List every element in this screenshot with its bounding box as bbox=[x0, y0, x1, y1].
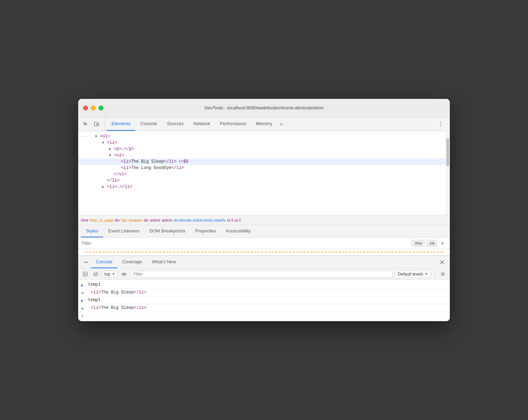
drawer-tabs: Console Coverage What's New bbox=[78, 256, 450, 269]
tree-toggle[interactable]: ▼ bbox=[95, 135, 100, 138]
console-row: ◀ <li>The Big Sleep</li> bbox=[78, 304, 450, 312]
breadcrumb-gc-wrapper[interactable]: #gc-wrapper bbox=[121, 218, 142, 222]
breadcrumb-html[interactable]: html bbox=[81, 218, 88, 222]
breadcrumb-top-of-page[interactable]: #top_of_page bbox=[90, 218, 113, 222]
tab-elements[interactable]: Elements bbox=[107, 117, 135, 131]
tree-toggle-spacer bbox=[109, 172, 114, 176]
input-arrow-icon: ▶ bbox=[81, 283, 85, 287]
svg-line-10 bbox=[94, 273, 97, 276]
tab-memory[interactable]: Memory bbox=[251, 117, 277, 131]
breadcrumb-li1[interactable]: li bbox=[231, 218, 233, 222]
console-prompt-row[interactable]: › bbox=[78, 312, 450, 320]
breadcrumb-ul[interactable]: ul bbox=[235, 218, 238, 222]
inspect-icon[interactable] bbox=[80, 119, 90, 129]
context-selector[interactable]: top ▼ bbox=[102, 271, 118, 278]
scrollbar-thumb[interactable] bbox=[446, 138, 449, 166]
main-tabs: Elements Console Sources Network Perform… bbox=[107, 117, 434, 131]
dom-line: ▼ <ul> bbox=[78, 152, 450, 158]
filter-input[interactable] bbox=[82, 241, 412, 246]
tab-dom-breakpoints[interactable]: DOM Breakpoints bbox=[144, 225, 190, 237]
breadcrumb-div1[interactable]: div bbox=[115, 218, 120, 222]
output-arrow-icon: ◀ bbox=[81, 291, 85, 295]
breadcrumb-ol[interactable]: ol bbox=[227, 218, 230, 222]
devtools-window: DevTools - localhost:8080/web/tools/chro… bbox=[78, 99, 450, 321]
tab-performance[interactable]: Performance bbox=[215, 117, 251, 131]
dom-line: </ul> bbox=[78, 171, 450, 177]
dashed-rule-line bbox=[85, 252, 443, 252]
add-style-button[interactable]: + bbox=[439, 239, 446, 247]
traffic-lights bbox=[83, 106, 103, 110]
dom-line: ▼ <li> bbox=[78, 140, 450, 146]
styles-tabs: Styles Event Listeners DOM Breakpoints P… bbox=[78, 225, 450, 238]
hov-button[interactable]: :hov bbox=[412, 240, 425, 247]
scrollbar-track[interactable] bbox=[446, 131, 450, 215]
tree-toggle[interactable]: ▼ bbox=[102, 141, 107, 145]
drawer-tab-coverage[interactable]: Coverage bbox=[117, 256, 147, 268]
svg-point-4 bbox=[87, 262, 88, 263]
cls-button[interactable]: .cls bbox=[426, 240, 437, 247]
tab-event-listeners[interactable]: Event Listeners bbox=[103, 225, 144, 237]
window-title: DevTools - localhost:8080/web/tools/chro… bbox=[204, 105, 324, 110]
breadcrumb: html #top_of_page div #gc-wrapper div ar… bbox=[78, 215, 450, 225]
tree-toggle[interactable]: ▶ bbox=[102, 185, 107, 189]
breadcrumb-article1[interactable]: article bbox=[150, 218, 160, 222]
svg-rect-1 bbox=[97, 123, 99, 126]
console-row: ▶ temp1 bbox=[78, 281, 450, 289]
input-arrow-icon: ▶ bbox=[81, 298, 85, 303]
console-prompt-icon: › bbox=[81, 313, 84, 319]
tab-styles[interactable]: Styles bbox=[81, 225, 103, 237]
svg-rect-0 bbox=[94, 122, 97, 126]
device-icon[interactable] bbox=[92, 119, 101, 129]
dom-dots: ... bbox=[81, 133, 89, 138]
titlebar: DevTools - localhost:8080/web/tools/chro… bbox=[78, 99, 450, 117]
dom-line: ▶ <li>…</li> bbox=[78, 184, 450, 190]
dom-line: </li> bbox=[78, 177, 450, 184]
tab-properties[interactable]: Properties bbox=[190, 225, 221, 237]
drawer-close-button[interactable] bbox=[437, 257, 447, 267]
dom-panel: ... ▼ <ol> ▼ <li> ▶ <p>…</p> bbox=[78, 131, 450, 215]
dom-line: ▶ <p>…</p> bbox=[78, 146, 450, 152]
tree-toggle[interactable]: ▼ bbox=[109, 154, 114, 157]
console-drawer: Console Coverage What's New bbox=[78, 256, 450, 321]
tree-toggle[interactable]: ▶ bbox=[109, 147, 114, 151]
output-arrow-icon: ◀ bbox=[81, 306, 85, 311]
console-row: ◀ <li>The Big Sleep</li> bbox=[78, 289, 450, 297]
maximize-button[interactable] bbox=[99, 106, 103, 110]
run-script-icon[interactable] bbox=[81, 270, 89, 278]
main-toolbar: Elements Console Sources Network Perform… bbox=[78, 117, 450, 131]
tab-sources[interactable]: Sources bbox=[162, 117, 189, 131]
tab-network[interactable]: Network bbox=[189, 117, 215, 131]
minimize-button[interactable] bbox=[91, 106, 96, 110]
tab-console[interactable]: Console bbox=[135, 117, 162, 131]
dom-line: <li>The Long Goodbye</li> bbox=[78, 165, 450, 171]
breadcrumb-div2[interactable]: div bbox=[144, 218, 149, 222]
dom-line-selected[interactable]: <li>The Big Sleep</li> == $0 bbox=[78, 158, 450, 165]
filter-buttons: :hov .cls + bbox=[412, 239, 446, 247]
tree-toggle-spacer bbox=[116, 166, 121, 170]
breadcrumb-div-class[interactable]: div.devsite-article-body.clearfix bbox=[174, 218, 226, 222]
console-output: ▶ temp1 ◀ <li>The Big Sleep</li> ▶ temp1… bbox=[78, 280, 450, 321]
drawer-more-icon[interactable] bbox=[81, 257, 91, 267]
svg-marker-8 bbox=[84, 273, 86, 275]
dom-line: ▼ <ol> bbox=[78, 133, 450, 140]
eye-icon[interactable] bbox=[120, 270, 128, 278]
breadcrumb-li2[interactable]: li bbox=[239, 218, 241, 222]
block-icon[interactable] bbox=[92, 270, 100, 278]
drawer-tab-whats-new[interactable]: What's New bbox=[147, 256, 181, 268]
svg-point-11 bbox=[123, 273, 125, 275]
console-filter-input[interactable] bbox=[130, 271, 393, 278]
console-settings-icon[interactable] bbox=[439, 270, 447, 278]
close-button[interactable] bbox=[83, 106, 88, 110]
more-tabs-button[interactable]: » bbox=[277, 117, 285, 131]
svg-point-12 bbox=[442, 273, 444, 275]
toolbar-separator bbox=[435, 271, 435, 278]
log-levels-selector[interactable]: Default levels ▼ bbox=[395, 271, 431, 278]
tree-toggle-spacer bbox=[116, 160, 121, 164]
tab-accessibility[interactable]: Accessibility bbox=[221, 225, 256, 237]
drawer-tab-console[interactable]: Console bbox=[91, 256, 117, 268]
breadcrumb-article2[interactable]: article bbox=[162, 218, 172, 222]
settings-icon[interactable]: ⋮ bbox=[436, 120, 445, 128]
svg-point-3 bbox=[86, 262, 87, 263]
filter-bar: :hov .cls + bbox=[78, 238, 450, 249]
console-toolbar: top ▼ Default levels ▼ bbox=[78, 269, 450, 280]
